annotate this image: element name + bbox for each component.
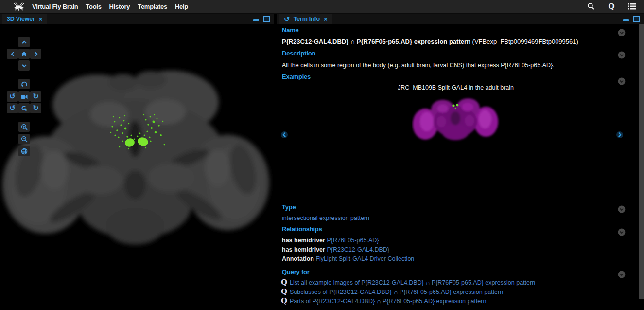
term-info-scrollbar[interactable] — [639, 24, 644, 299]
relationship-predicate: has hemidriver — [282, 246, 325, 253]
relationship-object-link[interactable]: FlyLight Split-GAL4 Driver Collection — [315, 255, 414, 262]
term-info-tab-close-icon[interactable]: × — [324, 16, 328, 22]
query-row: Q Parts of P{R23C12-GAL4.DBD} ∩ P{R76F05… — [281, 297, 486, 305]
query-q-icon: Q — [281, 288, 287, 295]
query-icon-glyph: Q — [608, 3, 614, 10]
query-link[interactable]: Parts of P{R23C12-GAL4.DBD} ∩ P{R76F05-p… — [290, 298, 486, 305]
carousel-next-button[interactable] — [616, 130, 624, 139]
viewer-panel-header: 3D Viewer × — [0, 14, 274, 24]
zoom-out-button[interactable] — [18, 134, 30, 144]
viewer-window-controls — [253, 16, 274, 22]
chevron-down-circle-icon — [618, 29, 626, 36]
viewer-minimize-button[interactable] — [253, 19, 259, 21]
chevron-down-circle-icon — [618, 228, 626, 236]
relationship-row: has hemidriver P{R76F05-p65.AD} — [282, 237, 379, 244]
fly-logo-icon[interactable] — [12, 1, 26, 12]
section-heading-examples: Examples — [282, 73, 311, 80]
rotate-loop-icon — [21, 81, 28, 87]
spin-button[interactable]: ↺ — [18, 103, 30, 113]
chevron-down-circle-icon — [618, 51, 626, 59]
history-back-icon[interactable]: ↺ — [284, 16, 290, 22]
query-row: Q Subclasses of P{R23C12-GAL4.DBD} ∩ P{R… — [281, 288, 503, 295]
term-info-maximize-button[interactable] — [633, 16, 640, 22]
query-q-icon: Q — [281, 279, 287, 286]
relationship-row: Annotation FlyLight Split-GAL4 Driver Co… — [282, 255, 414, 262]
viewer-tab-close-icon[interactable]: × — [39, 16, 43, 22]
pan-right-button[interactable] — [30, 49, 41, 59]
menu-bar-right-icons: Q — [587, 2, 644, 11]
rotate-around-button[interactable] — [18, 79, 30, 89]
pan-down-button[interactable] — [18, 60, 30, 71]
adult-brain-3d-render — [0, 24, 274, 310]
term-type-value: intersectional expression pattern — [282, 215, 369, 221]
collapse-chevron-type[interactable] — [618, 205, 626, 213]
type-link[interactable]: intersectional expression pattern — [282, 215, 369, 221]
menu-item-tools[interactable]: Tools — [86, 3, 101, 10]
term-name-bold: P{R23C12-GAL4.DBD} ∩ P{R76F05-p65.AD} ex… — [282, 38, 470, 45]
zoom-out-icon — [21, 136, 28, 143]
home-button[interactable] — [18, 49, 30, 59]
camera-button[interactable] — [18, 91, 30, 102]
term-info-minimize-button[interactable] — [623, 19, 629, 21]
section-heading-name: Name — [282, 26, 299, 34]
globe-icon — [21, 148, 28, 155]
example-image-caption: JRC_MB109B Split-GAL4 in the adult brain — [398, 84, 514, 91]
menu-item-history[interactable]: History — [109, 3, 130, 10]
chevron-right-icon — [616, 130, 623, 139]
collapse-chevron-relationships[interactable] — [618, 228, 626, 236]
zoom-in-button[interactable] — [18, 122, 30, 132]
collapse-chevron-query-for[interactable] — [618, 271, 626, 278]
relationship-row: has hemidriver P{R23C12-GAL4.DBD} — [282, 246, 389, 253]
rotate-cw-button[interactable]: ↻ — [30, 91, 41, 102]
rotate-ccw-button[interactable]: ↺ — [7, 91, 18, 102]
globe-button[interactable] — [18, 146, 30, 156]
video-camera-icon — [21, 94, 28, 99]
relationship-object-link[interactable]: P{R23C12-GAL4.DBD} — [327, 246, 389, 253]
rotate-ccw-icon: ↺ — [9, 104, 16, 111]
term-info-window-controls — [623, 16, 644, 22]
collapse-chevron-description[interactable] — [618, 51, 626, 59]
chevron-down-circle-icon — [618, 271, 626, 278]
tab-3d-viewer[interactable]: 3D Viewer × — [2, 14, 47, 24]
pan-up-button[interactable] — [18, 37, 30, 47]
query-link[interactable]: List all example images of P{R23C12-GAL4… — [290, 279, 535, 286]
viewer-tab-title: 3D Viewer — [7, 16, 35, 22]
pan-left-button[interactable] — [7, 49, 18, 59]
section-heading-type: Type — [282, 203, 296, 211]
tab-term-info[interactable]: ↺ Term Info × — [279, 14, 332, 24]
term-name-id: (VFBexp_FBtp0099469FBtp0099561) — [472, 38, 578, 45]
menu-item-virtual-fly-brain[interactable]: Virtual Fly Brain — [32, 3, 78, 10]
collapse-chevron-examples[interactable] — [618, 77, 626, 85]
roll-cw-button[interactable]: ↻ — [30, 103, 41, 113]
query-icon[interactable]: Q — [607, 2, 616, 11]
query-link[interactable]: Subclasses of P{R23C12-GAL4.DBD} ∩ P{R76… — [290, 289, 503, 295]
term-info-panel-header: ↺ Term Info × — [277, 14, 644, 24]
home-icon — [21, 51, 27, 57]
search-icon[interactable] — [587, 2, 595, 11]
rotate-ccw-icon: ↺ — [9, 92, 16, 100]
roll-ccw-button[interactable]: ↺ — [7, 103, 18, 113]
section-heading-description: Description — [282, 50, 315, 57]
rotate-u-turn-icon: ↺ — [20, 105, 28, 111]
carousel-prev-button[interactable] — [281, 130, 289, 139]
rotate-cw-icon: ↻ — [33, 104, 39, 111]
query-q-icon: Q — [281, 297, 287, 305]
viewer-panel: 3D Viewer × — [0, 14, 274, 310]
menu-item-templates[interactable]: Templates — [138, 3, 167, 10]
viewer-canvas[interactable]: ↺ ↻ ↺ ↺ ↻ — [0, 24, 274, 310]
example-brain-thumbnail[interactable] — [412, 95, 500, 144]
menu-item-help[interactable]: Help — [175, 3, 188, 10]
top-menu-bar: Virtual Fly Brain Tools History Template… — [0, 0, 644, 14]
example-caption-wrap: JRC_MB109B Split-GAL4 in the adult brain — [277, 83, 634, 91]
term-info-content: Name P{R23C12-GAL4.DBD} ∩ P{R76F05-p65.A… — [277, 24, 644, 310]
query-row: Q List all example images of P{R23C12-GA… — [281, 279, 535, 286]
main-menu: Virtual Fly Brain Tools History Template… — [32, 3, 188, 10]
term-info-panel: ↺ Term Info × Name P{R23C12-GAL4.DBD} ∩ … — [277, 14, 644, 310]
relationship-predicate: has hemidriver — [282, 237, 325, 244]
section-heading-relationships: Relationships — [282, 225, 322, 233]
term-info-tab-title: Term Info — [294, 16, 320, 22]
layers-list-icon[interactable] — [627, 2, 636, 11]
relationship-object-link[interactable]: P{R76F05-p65.AD} — [327, 237, 379, 244]
collapse-chevron-name[interactable] — [618, 29, 626, 36]
viewer-maximize-button[interactable] — [263, 16, 270, 22]
